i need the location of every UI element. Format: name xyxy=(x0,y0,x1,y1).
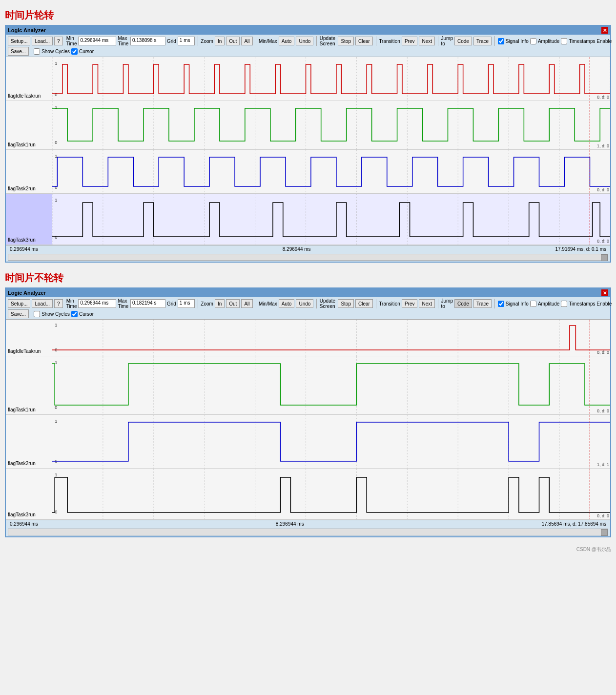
la1-save-btn[interactable]: Save... xyxy=(8,47,29,56)
la1-zoom-out-btn[interactable]: Out xyxy=(226,37,240,45)
la2-showcycles-check[interactable]: Show Cycles xyxy=(34,311,70,317)
la1-timestamps-check[interactable]: Timestamps Enable xyxy=(561,38,612,44)
la1-signal-info-check[interactable]: Signal Info xyxy=(498,38,529,44)
la2-trace-btn[interactable]: Trace xyxy=(473,299,492,308)
la2-zoom-out-btn[interactable]: Out xyxy=(226,299,240,308)
la2-title: Logic Analyzer xyxy=(8,290,46,296)
la2-minmax-undo-btn[interactable]: Undo xyxy=(296,299,313,308)
signal2-row-4: flagTask3run 1 0 xyxy=(6,469,610,520)
svg-text:1: 1 xyxy=(55,61,57,66)
signal-row-3: flagTask2run 1 0 xyxy=(6,150,610,194)
la1-cursor-check[interactable]: Cursor xyxy=(71,48,94,55)
la2-load-btn[interactable]: Load... xyxy=(32,299,53,308)
la2-transition-label: Transition xyxy=(379,301,400,307)
la2-setup-btn[interactable]: Setup... xyxy=(8,299,30,308)
la2-amplitude-check[interactable]: Amplitude xyxy=(530,301,559,307)
la1-maxtime-label: Max Time xyxy=(118,36,128,46)
signal2-graph-4[interactable]: 1 0 0, d: 0 xyxy=(52,469,610,519)
la1-prev-btn[interactable]: Prev xyxy=(402,37,418,45)
la1-amplitude-check[interactable]: Amplitude xyxy=(530,38,559,44)
la1-jumpto-label: Jump to xyxy=(441,36,453,46)
la2-code-btn[interactable]: Code xyxy=(454,299,472,308)
la2-save-btn[interactable]: Save... xyxy=(8,309,29,318)
la2-zoom-in-btn[interactable]: In xyxy=(215,299,225,308)
signal4-badge: 0, d: 0 xyxy=(597,239,609,244)
signal-svg-3: 1 0 xyxy=(52,150,610,193)
la1-zoom-label: Zoom xyxy=(201,39,213,44)
la1-load-btn[interactable]: Load... xyxy=(32,37,53,45)
signal2-row-1: flagIdleTaskrun 1 0 xyxy=(6,320,610,356)
la1-clear-btn[interactable]: Clear xyxy=(355,37,373,45)
la2-close-btn[interactable]: ✕ xyxy=(601,289,608,296)
signal-svg-4: 1 0 xyxy=(52,194,610,245)
la2-prev-btn[interactable]: Prev xyxy=(402,299,418,308)
la1-next-btn[interactable]: Next xyxy=(419,37,435,45)
la2-timestamps-check[interactable]: Timestamps Enable xyxy=(561,301,612,307)
la1-time-right: 17.91694 ms, d: 0.1 ms xyxy=(555,246,606,252)
la2-help-btn[interactable]: ? xyxy=(54,299,63,308)
signal1-badge: 0, d: 0 xyxy=(597,95,609,100)
section2-title: 时间片不轮转 xyxy=(5,271,611,285)
signal-graph-3[interactable]: 1 0 0, d: 0 xyxy=(52,150,610,193)
la2-next-btn[interactable]: Next xyxy=(419,299,435,308)
la1-trace-btn[interactable]: Trace xyxy=(473,37,492,45)
la2-signal-info-check[interactable]: Signal Info xyxy=(498,301,529,307)
signal2-label-1: flagIdleTaskrun xyxy=(6,320,52,356)
la2-scrollbar[interactable] xyxy=(8,529,608,535)
signal2-row-2: flagTask1run 1 0 xyxy=(6,356,610,415)
signal-graph-1[interactable]: 1 0 0, d: 0 xyxy=(52,57,610,101)
logic-analyzer-1: Logic Analyzer ✕ Setup... Load... ? Min … xyxy=(5,25,611,263)
la2-minmax-auto-btn[interactable]: Auto xyxy=(279,299,295,308)
la1-mintime-label: Min Time xyxy=(66,36,77,46)
la1-update-label: Update Screen xyxy=(320,36,337,46)
la2-grid-val: 1 ms xyxy=(178,299,195,308)
la2-bottom-bar: 0.296944 ms 8.296944 ms 17.85694 ms, d: … xyxy=(6,520,610,528)
la1-zoom-all-btn[interactable]: All xyxy=(241,37,252,45)
svg-text:1: 1 xyxy=(55,154,57,159)
signal2-svg-2: 1 0 xyxy=(52,356,610,414)
signal2-graph-1[interactable]: 1 0 0, d: 0 xyxy=(52,320,610,356)
la2-update-label: Update Screen xyxy=(320,298,337,309)
la1-code-btn[interactable]: Code xyxy=(454,37,472,45)
la1-title: Logic Analyzer xyxy=(8,27,46,33)
la2-mintime-val: 0.296944 ms xyxy=(78,299,116,308)
la2-time-center: 8.296944 ms xyxy=(276,521,304,527)
signal2-svg-1: 1 0 xyxy=(52,320,610,356)
la2-stop-btn[interactable]: Stop xyxy=(338,299,354,308)
la1-minmax-auto-btn[interactable]: Auto xyxy=(279,37,295,45)
la1-showcycles-check[interactable]: Show Cycles xyxy=(34,48,70,55)
svg-text:1: 1 xyxy=(55,472,57,477)
la1-maxtime-val: 0.138098 s xyxy=(130,37,165,45)
la1-minmax-undo-btn[interactable]: Undo xyxy=(296,37,313,45)
la2-clear-btn[interactable]: Clear xyxy=(355,299,373,308)
la1-zoom-in-btn[interactable]: In xyxy=(215,37,225,45)
la2-minmax-label: Min/Max xyxy=(259,301,277,307)
la1-stop-btn[interactable]: Stop xyxy=(338,37,354,45)
signal3-badge: 0, d: 0 xyxy=(597,187,609,192)
la1-bottom-bar: 0.296944 ms 8.296944 ms 17.91694 ms, d: … xyxy=(6,245,610,253)
signal2-2-badge: 0, d: 0 xyxy=(597,409,609,413)
svg-text:1: 1 xyxy=(55,105,57,110)
signal-graph-2[interactable]: 1 0 1, d: 0 xyxy=(52,101,610,149)
signal2-graph-3[interactable]: 1 0 1, d: 1 xyxy=(52,415,610,468)
signal-label-2: flagTask1run xyxy=(6,101,52,149)
la1-help-btn[interactable]: ? xyxy=(54,37,63,45)
signal-svg-1: 1 0 xyxy=(52,57,610,101)
la2-time-left: 0.296944 ms xyxy=(10,521,38,527)
signal-row-1: flagIdleTaskrun xyxy=(6,57,610,101)
signal-label-4: flagTask3run xyxy=(6,194,52,245)
la2-zoom-all-btn[interactable]: All xyxy=(241,299,252,308)
la1-setup-btn[interactable]: Setup... xyxy=(8,37,30,45)
la2-maxtime-val: 0.182194 s xyxy=(130,299,165,308)
signal2-label-2: flagTask1run xyxy=(6,356,52,414)
la2-jumpto-label: Jump to xyxy=(441,298,453,309)
svg-text:0: 0 xyxy=(55,92,57,97)
signal-graph-4[interactable]: 1 0 0, d: 0 xyxy=(52,194,610,245)
signal2-graph-2[interactable]: 1 0 0, d: 0 xyxy=(52,356,610,414)
la2-cursor-check[interactable]: Cursor xyxy=(71,311,94,317)
la1-scrollbar[interactable] xyxy=(8,254,608,261)
la1-close-btn[interactable]: ✕ xyxy=(601,27,608,34)
signal-label-1: flagIdleTaskrun xyxy=(6,57,52,101)
signal-label-3: flagTask2run xyxy=(6,150,52,193)
la2-grid-label: Grid xyxy=(167,301,176,307)
